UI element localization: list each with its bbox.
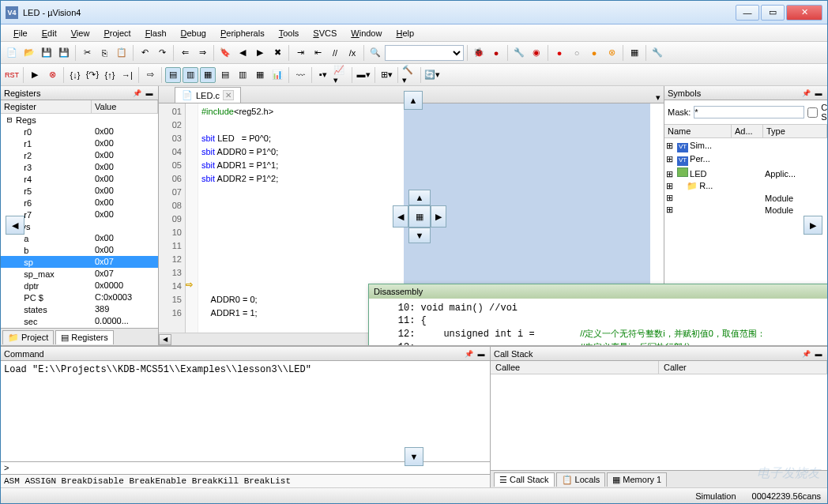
dock-west-icon[interactable]: ◀ — [393, 205, 408, 228]
wrench-icon[interactable]: 🔧 — [649, 45, 665, 61]
panel-close-icon[interactable]: ▬ — [813, 348, 824, 359]
gray-dot-icon[interactable]: ○ — [569, 45, 585, 61]
symbol-item[interactable]: ⊞ LEDApplic... — [666, 167, 826, 180]
pin-icon[interactable]: 📌 — [800, 348, 811, 359]
save-icon[interactable]: 💾 — [39, 45, 55, 61]
reg-r6[interactable]: r60x00 — [1, 197, 158, 209]
memory-window-icon[interactable]: ▥ — [235, 67, 250, 83]
dock-center-icon[interactable]: ▦ — [408, 205, 431, 228]
bookmark-clear-icon[interactable]: ✖ — [269, 45, 285, 61]
menu-view[interactable]: View — [65, 27, 96, 39]
disassembly-content[interactable]: 10: void main() //voi 11: { 12: unsigned… — [369, 299, 827, 345]
reg-sp_max[interactable]: sp_max0x07 — [1, 268, 158, 280]
debug-icon[interactable]: 🐞 — [471, 45, 487, 61]
red-dot-icon[interactable]: ● — [551, 45, 567, 61]
toolbox-icon[interactable]: 🔨▾ — [401, 67, 417, 83]
menu-edit[interactable]: Edit — [36, 27, 63, 39]
caller-col[interactable]: Caller — [659, 361, 827, 374]
sym-col-addr[interactable]: Ad... — [732, 125, 763, 137]
step-out-icon[interactable]: {↑} — [102, 67, 118, 83]
symbol-item[interactable]: ⊞ Module — [666, 204, 826, 216]
target-options-icon[interactable]: ◉ — [529, 45, 544, 61]
run-icon[interactable]: ▶ — [27, 67, 43, 83]
paste-icon[interactable]: 📋 — [114, 45, 130, 61]
reg-dptr[interactable]: dptr0x0000 — [1, 280, 158, 291]
cut-icon[interactable]: ✂ — [79, 45, 95, 61]
bookmark-next-icon[interactable]: ▶ — [252, 45, 268, 61]
reg-sp[interactable]: sp0x07 — [1, 256, 158, 268]
open-icon[interactable]: 📂 — [21, 45, 37, 61]
reg-r3[interactable]: r30x00 — [1, 161, 158, 173]
callstack-window-icon[interactable]: ▦ — [200, 67, 216, 83]
panel-close-icon[interactable]: ▬ — [476, 348, 487, 359]
menu-flash[interactable]: Flash — [139, 27, 173, 39]
case-sensitive-checkbox[interactable] — [807, 107, 818, 118]
disassembly-titlebar[interactable]: Disassembly ✕ — [369, 284, 827, 299]
menu-help[interactable]: Help — [390, 27, 420, 39]
indent-icon[interactable]: ⇥ — [292, 45, 308, 61]
run-to-cursor-icon[interactable]: →| — [119, 67, 135, 83]
callstack-tab[interactable]: ☰Call Stack — [494, 472, 555, 487]
value-col-header[interactable]: Value — [92, 100, 158, 113]
breakpoint-icon[interactable]: ● — [488, 45, 504, 61]
dock-bottom-hint[interactable]: ▼ — [405, 447, 423, 466]
coverage-icon[interactable]: ▪▾ — [315, 67, 331, 83]
window-layout-icon[interactable]: ▦ — [627, 45, 642, 61]
menu-tools[interactable]: Tools — [273, 27, 306, 39]
orange-dot-icon[interactable]: ● — [586, 45, 602, 61]
registers-tab[interactable]: ▤ Registers — [55, 330, 113, 344]
perf-icon[interactable]: 📈▾ — [333, 67, 348, 83]
editor-tab-led[interactable]: 📄 LED.c ✕ — [175, 87, 241, 103]
dock-south-icon[interactable]: ▼ — [408, 228, 431, 243]
project-tab[interactable]: 📁 Project — [2, 330, 54, 344]
reg-group-regs[interactable]: ⊟ Regs — [1, 114, 158, 126]
tab-dropdown-icon[interactable]: ▾ — [656, 92, 661, 103]
close-button[interactable]: ✕ — [786, 5, 822, 21]
registers-window-icon[interactable]: ▥ — [183, 67, 198, 83]
menu-file[interactable]: File — [7, 27, 34, 39]
reg-b[interactable]: b0x00 — [1, 244, 158, 256]
dock-right-hint[interactable]: ▶ — [804, 216, 822, 235]
trace-icon[interactable]: 〰 — [292, 67, 308, 83]
sym-col-name[interactable]: Name — [664, 125, 732, 137]
registers-table[interactable]: Register Value ⊟ Regs r00x00 r10x00 r20x… — [1, 100, 158, 328]
symbol-item[interactable]: ⊞ VTPer... — [666, 153, 826, 167]
panel-close-icon[interactable]: ▬ — [144, 88, 155, 99]
pin-icon[interactable]: 📌 — [131, 88, 142, 99]
reset-icon[interactable]: RST — [4, 67, 20, 83]
nav-fwd-icon[interactable]: ⇒ — [194, 45, 210, 61]
reg-PC[interactable]: PC $C:0x0003 — [1, 291, 158, 303]
save-all-icon[interactable]: 💾 — [56, 45, 72, 61]
titlebar[interactable]: V4 LED - µVision4 — ▭ ✕ — [1, 1, 827, 24]
callee-col[interactable]: Callee — [491, 361, 659, 374]
reg-states[interactable]: states389 — [1, 303, 158, 315]
orange-x-icon[interactable]: ⊗ — [604, 45, 619, 61]
serial-window-icon[interactable]: ▦ — [252, 67, 268, 83]
command-output[interactable]: Load "E:\\Projects\\KDB-MCS51\\Examples\… — [1, 361, 490, 461]
show-next-icon[interactable]: ⇨ — [142, 67, 158, 83]
config-icon[interactable]: 🔧 — [511, 45, 527, 61]
menu-window[interactable]: Window — [344, 27, 388, 39]
symbol-item[interactable]: ⊞ Module — [666, 192, 826, 204]
logic-analyzer-icon[interactable]: ▬▾ — [356, 67, 371, 83]
dock-east-icon[interactable]: ▶ — [431, 205, 446, 228]
dock-top-hint[interactable]: ▲ — [404, 91, 423, 110]
find-combo[interactable] — [385, 45, 464, 61]
pin-icon[interactable]: 📌 — [463, 348, 474, 359]
update-icon[interactable]: 🔄▾ — [424, 67, 440, 83]
maximize-button[interactable]: ▭ — [761, 5, 785, 21]
dock-left-hint[interactable]: ◀ — [6, 216, 24, 235]
reg-r4[interactable]: r40x00 — [1, 173, 158, 185]
new-file-icon[interactable]: 📄 — [4, 45, 20, 61]
menu-peripherals[interactable]: Peripherals — [214, 27, 271, 39]
disassembly-window[interactable]: Disassembly ✕ 10: void main() //voi 11: … — [368, 284, 827, 345]
stop-icon[interactable]: ⊗ — [44, 67, 60, 83]
memory-tab[interactable]: ▦Memory 1 — [607, 472, 667, 487]
copy-icon[interactable]: ⎘ — [96, 45, 112, 61]
watch-window-icon[interactable]: ▤ — [217, 67, 233, 83]
nav-back-icon[interactable]: ⇐ — [177, 45, 193, 61]
dock-north-icon[interactable]: ▲ — [408, 190, 431, 205]
reg-r5[interactable]: r50x00 — [1, 185, 158, 197]
callstack-body[interactable] — [491, 374, 827, 470]
reg-r0[interactable]: r00x00 — [1, 126, 158, 137]
